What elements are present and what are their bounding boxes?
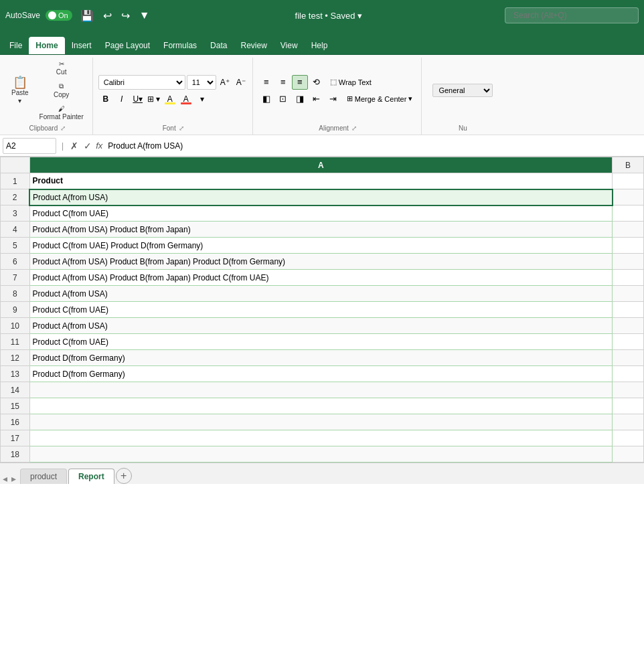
cell-a7[interactable]: Product A(from USA) Product B(from Japan…: [29, 270, 612, 286]
format-painter-button[interactable]: 🖌 Format Painter: [35, 102, 88, 123]
cell-b1[interactable]: [613, 173, 644, 189]
paste-button[interactable]: 📋 Paste ▾: [7, 71, 33, 110]
undo-icon[interactable]: ↩: [100, 8, 114, 23]
merge-icon: ⊞: [347, 94, 353, 103]
cell-b3[interactable]: [613, 205, 644, 222]
cell-b6[interactable]: [613, 254, 644, 270]
clipboard-expand-icon[interactable]: ⤢: [60, 124, 66, 132]
cell-b2[interactable]: [613, 189, 644, 205]
merge-center-button[interactable]: ⊞ Merge & Center ▾: [342, 92, 418, 106]
cut-button[interactable]: ✂ Cut: [35, 58, 88, 78]
tab-nav-prev[interactable]: ◂: [3, 473, 10, 484]
cell-a14[interactable]: [29, 382, 612, 398]
align-top-left-button[interactable]: ≡: [258, 75, 274, 90]
font-expand-icon[interactable]: ⤢: [179, 124, 184, 132]
menu-item-data[interactable]: Data: [204, 37, 234, 54]
font-size-select[interactable]: 11: [187, 75, 216, 90]
menu-item-help[interactable]: Help: [305, 37, 335, 54]
cell-b10[interactable]: [613, 318, 644, 334]
formula-cancel-icon[interactable]: ✗: [69, 139, 80, 153]
row-header-11: 11: [1, 334, 30, 350]
font-color-expand[interactable]: ▾: [195, 92, 210, 106]
cell-a17[interactable]: [29, 430, 612, 446]
align-top-center-button[interactable]: ≡: [275, 75, 291, 90]
cell-a11[interactable]: Product C(from UAE): [29, 334, 612, 350]
cell-b16[interactable]: [613, 414, 644, 430]
cell-a3[interactable]: Product C(from UAE): [29, 205, 612, 222]
cell-b13[interactable]: [613, 366, 644, 382]
cell-a9[interactable]: Product C(from UAE): [29, 302, 612, 318]
cell-a18[interactable]: [29, 446, 612, 463]
formula-input[interactable]: [105, 140, 641, 152]
menu-item-file[interactable]: File: [3, 37, 29, 54]
italic-button[interactable]: I: [114, 92, 129, 106]
cell-b15[interactable]: [613, 398, 644, 414]
menu-item-home[interactable]: Home: [29, 37, 64, 54]
align-left-button[interactable]: ◧: [258, 92, 274, 106]
cell-a13[interactable]: Product D(from Germany): [29, 366, 612, 382]
customize-icon[interactable]: ▼: [137, 8, 153, 23]
font-family-select[interactable]: Calibri: [98, 75, 185, 90]
underline-button[interactable]: U ▾: [131, 92, 145, 106]
cell-a10[interactable]: Product A(from USA): [29, 318, 612, 334]
cell-a12[interactable]: Product D(from Germany): [29, 350, 612, 366]
menu-item-insert[interactable]: Insert: [65, 37, 98, 54]
paste-icon: 📋: [13, 76, 27, 88]
cell-b9[interactable]: [613, 302, 644, 318]
save-icon[interactable]: 💾: [78, 8, 96, 23]
cell-reference-input[interactable]: [3, 138, 56, 154]
cell-b7[interactable]: [613, 270, 644, 286]
menu-item-formulas[interactable]: Formulas: [157, 37, 204, 54]
tab-report[interactable]: Report: [68, 469, 114, 484]
col-header-b[interactable]: B: [613, 157, 644, 173]
cell-a4[interactable]: Product A(from USA) Product B(from Japan…: [29, 222, 612, 238]
search-input[interactable]: [505, 7, 639, 23]
add-sheet-button[interactable]: +: [116, 468, 132, 484]
indent-increase-button[interactable]: ⇥: [325, 92, 341, 106]
autosave-toggle[interactable]: On: [46, 10, 72, 21]
tab-nav-next[interactable]: ▸: [11, 473, 19, 484]
wrap-text-button[interactable]: ⬚ Wrap Text: [325, 75, 376, 90]
cell-b18[interactable]: [613, 446, 644, 463]
cell-a5[interactable]: Product C(from UAE) Product D(from Germa…: [29, 238, 612, 254]
alignment-expand-icon[interactable]: ⤢: [351, 124, 357, 132]
cell-b17[interactable]: [613, 430, 644, 446]
cell-a6[interactable]: Product A(from USA) Product B(from Japan…: [29, 254, 612, 270]
cell-b4[interactable]: [613, 222, 644, 238]
sheet-body: 1Product2Product A(from USA)3Product C(f…: [1, 173, 644, 463]
align-center-button[interactable]: ⊡: [275, 92, 291, 106]
tab-product[interactable]: product: [20, 469, 67, 484]
border-button[interactable]: ⊞ ▾: [147, 92, 161, 106]
align-right-button[interactable]: ◨: [292, 92, 308, 106]
decrease-font-button[interactable]: A⁻: [234, 75, 248, 90]
menu-item-page-layout[interactable]: Page Layout: [98, 37, 157, 54]
font-color-button[interactable]: A: [179, 92, 193, 106]
copy-button[interactable]: ⧉ Copy: [35, 80, 88, 101]
align-top-right-button[interactable]: ≡: [292, 75, 308, 90]
redo-icon[interactable]: ↪: [118, 8, 133, 23]
cell-a15[interactable]: [29, 398, 612, 414]
cell-b5[interactable]: [613, 238, 644, 254]
fill-color-button[interactable]: A: [163, 92, 177, 106]
cell-a16[interactable]: [29, 414, 612, 430]
cell-b14[interactable]: [613, 382, 644, 398]
increase-font-button[interactable]: A⁺: [218, 75, 232, 90]
number-format-select[interactable]: General: [432, 84, 493, 97]
bold-button[interactable]: B: [98, 92, 113, 106]
text-direction-button[interactable]: ⟲: [309, 75, 325, 90]
indent-decrease-button[interactable]: ⇤: [309, 92, 325, 106]
cell-b11[interactable]: [613, 334, 644, 350]
menu-item-review[interactable]: Review: [234, 37, 273, 54]
cell-a2[interactable]: Product A(from USA): [29, 189, 612, 205]
cell-a8[interactable]: Product A(from USA): [29, 286, 612, 302]
formula-bar: | ✗ ✓ fx: [0, 135, 644, 157]
cell-b8[interactable]: [613, 286, 644, 302]
formula-confirm-icon[interactable]: ✓: [82, 139, 93, 153]
table-row: 8Product A(from USA): [1, 286, 644, 302]
cell-b12[interactable]: [613, 350, 644, 366]
cell-a1[interactable]: Product: [29, 173, 612, 189]
row-header-7: 7: [1, 270, 30, 286]
menu-item-view[interactable]: View: [274, 37, 305, 54]
col-header-a[interactable]: A: [29, 157, 612, 173]
font-label: Font ⤢: [98, 123, 248, 133]
